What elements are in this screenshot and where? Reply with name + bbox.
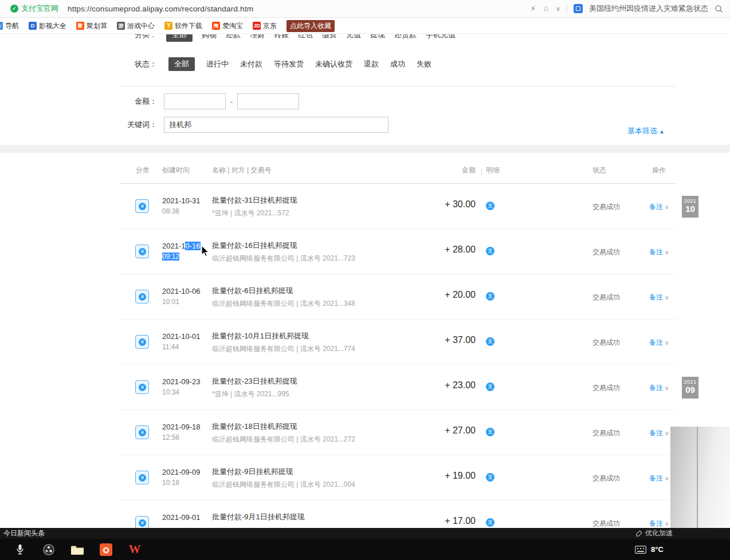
row-time: 10:34 bbox=[162, 388, 201, 396]
filter-option[interactable]: 未确认收货 bbox=[315, 59, 352, 69]
table-row: ¥ 2021-10-16 09:12 批量付款-16日挂机邦提现 临沂超钱网络服… bbox=[120, 229, 676, 274]
row-title: 批量付款-9日挂机邦提现 bbox=[212, 467, 355, 477]
alipay-detail-icon[interactable]: 支 bbox=[486, 428, 494, 436]
folder-icon[interactable] bbox=[70, 542, 85, 557]
filter-option[interactable]: 充值 bbox=[346, 34, 361, 40]
row-party: *亚坤 | 流水号 2021...995 bbox=[212, 389, 297, 399]
movies-icon: D bbox=[29, 22, 37, 30]
basic-filter-toggle[interactable]: 基本筛选▲ bbox=[627, 126, 665, 136]
chevron-down-icon[interactable]: ∨ bbox=[556, 4, 560, 13]
row-status: 交易成功 bbox=[592, 293, 620, 302]
bookmark-item[interactable]: 聚聚划算 bbox=[76, 21, 107, 31]
amount-min-input[interactable] bbox=[164, 93, 226, 109]
filter-option[interactable]: 提现 bbox=[370, 34, 385, 40]
star-bookmark-icon[interactable]: ☆ bbox=[542, 4, 550, 13]
row-time: 12:58 bbox=[162, 433, 201, 441]
lightning-icon[interactable]: ⚡ bbox=[531, 4, 536, 13]
remark-link[interactable]: 备注 bbox=[649, 474, 663, 482]
filter-option[interactable]: 失败 bbox=[417, 59, 431, 69]
row-status: 交易成功 bbox=[592, 202, 620, 212]
header-name: 名称 | 对方 | 交易号 bbox=[212, 165, 272, 175]
category-selected-all[interactable]: 全部 bbox=[166, 34, 193, 42]
row-date: 2021-09-09 bbox=[162, 468, 201, 476]
wps-letter: W bbox=[129, 542, 141, 557]
filter-option[interactable]: 缴费 bbox=[322, 34, 337, 40]
remark-link[interactable]: 备注 bbox=[649, 429, 663, 437]
alipay-detail-icon[interactable]: 支 bbox=[486, 382, 494, 391]
remark-link[interactable]: 备注 bbox=[649, 293, 663, 301]
bookmark-item[interactable]: D影视大全 bbox=[29, 21, 66, 31]
filter-option[interactable]: 退款 bbox=[364, 59, 379, 69]
row-status: 交易成功 bbox=[592, 247, 620, 257]
app-orange-icon[interactable] bbox=[99, 542, 113, 557]
alipay-detail-icon[interactable]: 支 bbox=[486, 202, 494, 210]
alipay-detail-icon[interactable]: 支 bbox=[486, 473, 494, 482]
caret-down-icon: ∨ bbox=[665, 430, 669, 436]
bookmark-item[interactable]: 下软件下载 bbox=[164, 21, 202, 31]
table-row: ¥ 2021-09-18 12:58 批量付款-18日挂机邦提现 临沂超钱网络服… bbox=[120, 410, 676, 455]
caret-down-icon: ∨ bbox=[665, 204, 669, 210]
browser-address-bar[interactable]: ✓ 支付宝官网 https://consumeprod.alipay.com/r… bbox=[0, 0, 730, 18]
amount-max-input[interactable] bbox=[237, 93, 299, 109]
news-ticker-title[interactable]: 今日新闻头条 bbox=[3, 529, 45, 538]
transfer-icon-glyph: ¥ bbox=[139, 519, 146, 527]
row-time: 11:44 bbox=[162, 343, 201, 351]
bookmark-item[interactable]: 淘爱淘宝 bbox=[212, 21, 243, 31]
news-headline[interactable]: 美国纽约州因疫情进入灾难紧急状态 bbox=[589, 3, 708, 14]
bookmark-label: 聚划算 bbox=[87, 21, 107, 31]
optimize-icon bbox=[636, 530, 642, 537]
bookmark-item[interactable]: 点此导入收藏 bbox=[286, 20, 335, 32]
microphone-icon[interactable] bbox=[13, 542, 28, 557]
site-security-badge[interactable]: ✓ 支付宝官网 bbox=[10, 3, 58, 14]
filter-option[interactable]: 转账 bbox=[274, 34, 289, 40]
caret-up-icon: ▲ bbox=[659, 128, 665, 135]
header-amount: 金额 bbox=[384, 165, 476, 175]
filter-option[interactable]: 成功 bbox=[390, 59, 405, 69]
remark-link[interactable]: 备注 bbox=[649, 519, 663, 527]
news-ticker-bar: 今日新闻头条 优化加速 bbox=[0, 528, 730, 539]
remark-link[interactable]: 备注 bbox=[649, 338, 663, 346]
url-text[interactable]: https://consumeprod.alipay.com/record/st… bbox=[68, 5, 253, 13]
transfer-icon: ¥ bbox=[135, 290, 149, 303]
optimize-button[interactable]: 优化加速 bbox=[636, 529, 673, 538]
bookmark-item[interactable]: JD京东 bbox=[253, 21, 277, 31]
bookmark-item[interactable]: 游游戏中心 bbox=[117, 21, 155, 31]
status-selected-all[interactable]: 全部 bbox=[168, 57, 195, 71]
row-amount: + 20.00 bbox=[372, 290, 476, 300]
alipay-detail-icon[interactable]: 支 bbox=[486, 337, 494, 346]
wps-icon[interactable]: W bbox=[127, 542, 142, 557]
obs-icon[interactable] bbox=[41, 542, 56, 557]
filter-option[interactable]: 手机充值 bbox=[426, 34, 456, 40]
weather-temp: 8°C bbox=[651, 545, 664, 554]
keyboard-icon[interactable] bbox=[635, 546, 646, 554]
filter-option[interactable]: 购物 bbox=[202, 34, 217, 40]
alipay-detail-icon[interactable]: 支 bbox=[486, 292, 494, 301]
remark-link[interactable]: 备注 bbox=[649, 203, 663, 211]
row-time: 09:12 bbox=[162, 253, 201, 261]
row-amount: + 37.00 bbox=[372, 335, 476, 345]
alipay-detail-icon[interactable]: 支 bbox=[486, 247, 494, 255]
keyword-input[interactable] bbox=[164, 117, 388, 133]
filter-option[interactable]: 等待发货 bbox=[274, 59, 304, 69]
table-row: ¥ 2021-09-09 10:18 批量付款-9日挂机邦提现 临沂超钱网络服务… bbox=[120, 455, 676, 500]
row-title: 批量付款-9月1日挂机邦提现 bbox=[212, 512, 305, 522]
toolbar-separator bbox=[567, 4, 567, 13]
weather-widget: 8°C bbox=[635, 539, 664, 560]
filter-option[interactable]: 还贷款 bbox=[394, 34, 417, 40]
filter-option[interactable]: 进行中 bbox=[206, 59, 229, 69]
filter-option[interactable]: 未付款 bbox=[240, 59, 262, 69]
remark-link[interactable]: 备注 bbox=[649, 248, 663, 256]
filter-option[interactable]: 红包 bbox=[298, 34, 313, 40]
bookmark-item[interactable]: ◎导航 bbox=[0, 21, 19, 31]
video-overlay bbox=[670, 427, 730, 528]
bookmark-label: 导航 bbox=[5, 21, 19, 31]
filter-option[interactable]: 理财 bbox=[250, 34, 265, 40]
juhuasuan-icon: 聚 bbox=[76, 22, 84, 30]
filter-option[interactable]: 还款 bbox=[226, 34, 241, 40]
row-party: *亚坤 | 流水号 2021...572 bbox=[212, 208, 297, 218]
row-date: 2021-10-31 bbox=[162, 196, 201, 205]
remark-link[interactable]: 备注 bbox=[649, 384, 663, 392]
search-icon[interactable] bbox=[715, 5, 723, 13]
alipay-detail-icon[interactable]: 支 bbox=[486, 518, 494, 527]
transfer-icon: ¥ bbox=[135, 471, 149, 484]
